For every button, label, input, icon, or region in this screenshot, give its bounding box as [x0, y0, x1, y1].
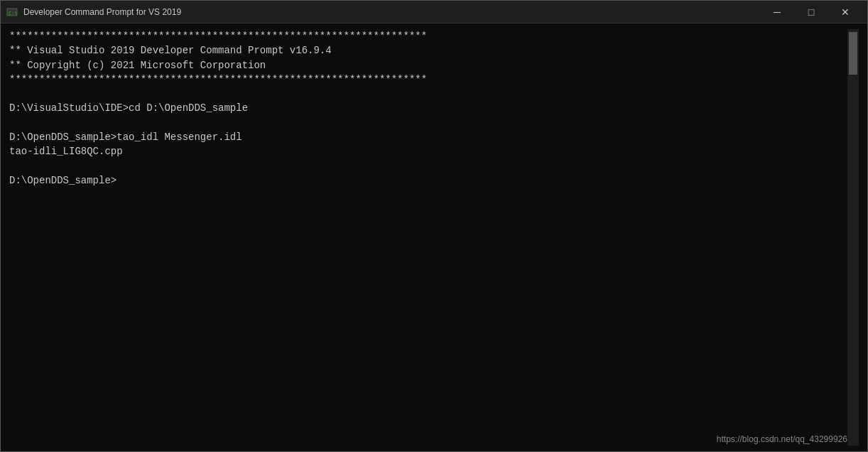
minimize-button[interactable]: ─: [761, 1, 793, 23]
terminal-content: ****************************************…: [9, 29, 847, 446]
terminal-line: ****************************************…: [9, 29, 847, 43]
terminal-line: [9, 87, 847, 101]
terminal-body[interactable]: ****************************************…: [1, 23, 867, 451]
watermark-url: https://blog.csdn.net/qq_43299926: [717, 434, 847, 446]
maximize-button[interactable]: □: [795, 1, 828, 23]
scrollbar[interactable]: [847, 29, 859, 446]
window-controls: ─ □ ✕: [761, 1, 862, 23]
terminal-line: [9, 116, 847, 130]
scrollbar-thumb[interactable]: [849, 32, 857, 75]
terminal-line: D:\OpenDDS_sample>tao_idl Messenger.idl: [9, 130, 847, 144]
terminal-line: D:\VisualStudio\IDE>cd D:\OpenDDS_sample: [9, 101, 847, 115]
terminal-line: ** Copyright (c) 2021 Microsoft Corporat…: [9, 58, 847, 72]
title-bar-left: C:\ Developer Command Prompt for VS 2019: [6, 6, 181, 18]
window-title: Developer Command Prompt for VS 2019: [23, 7, 181, 17]
title-bar: C:\ Developer Command Prompt for VS 2019…: [1, 1, 867, 23]
terminal-line: ****************************************…: [9, 72, 847, 87]
svg-text:C:\: C:\: [9, 11, 18, 16]
terminal-line: tao-idli_LIG8QC.cpp: [9, 144, 847, 158]
terminal-line: ** Visual Studio 2019 Developer Command …: [9, 43, 847, 58]
close-button[interactable]: ✕: [829, 1, 862, 23]
terminal-window: C:\ Developer Command Prompt for VS 2019…: [0, 0, 868, 452]
terminal-icon: C:\: [6, 6, 18, 18]
terminal-line: [9, 159, 847, 173]
terminal-line: D:\OpenDDS_sample>: [9, 173, 847, 188]
